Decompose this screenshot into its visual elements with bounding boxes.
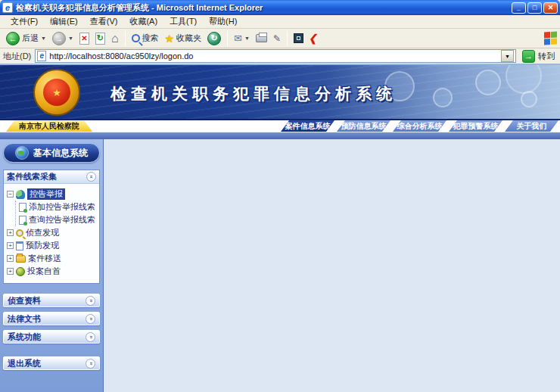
minimize-button[interactable]: _ [512,2,526,14]
maximize-button[interactable]: □ [527,2,542,14]
address-label: 地址(D) [3,51,31,62]
exit-button-icon[interactable]: » [86,359,95,369]
exit-system-label: 退出系统 [8,358,41,369]
menu-bar: 文件(F) 编辑(E) 查看(V) 收藏(A) 工具(T) 帮助(H) [0,15,560,29]
tab-strip: 南京市人民检察院 案件信息系统 预防信息系统 综合分析系统 犯罪预警系统 关于我… [0,120,560,132]
tab-case-info-system[interactable]: 案件信息系统 [281,120,334,132]
banner-decor-circle [506,65,542,94]
ie-logo-icon: e [2,2,13,13]
main-content-area [104,139,560,392]
edit-button[interactable]: ✎ [270,33,284,45]
tab-analysis-system[interactable]: 综合分析系统 [393,120,446,132]
expand-button[interactable]: » [86,296,95,306]
menu-item-view[interactable]: 查看(V) [84,16,124,27]
tree-item-label: 添加控告举报线索 [29,201,95,213]
forward-button[interactable]: → ▼ [49,31,76,46]
toolbar: ← 后退 ▼ → ▼ ✕ ↻ ⌂ 搜索 ★ 收藏夹 ↻ ✉ [0,29,560,48]
chevron-down-icon: » [87,362,93,364]
favorites-star-icon: ★ [165,33,175,45]
collapse-button[interactable]: » [86,172,96,182]
tree-node-investigation-discovery[interactable]: + 侦查发现 [5,226,98,239]
tree-item-label: 查询控告举报线索 [29,214,95,226]
document-add-icon [19,203,26,212]
expand-plus-icon[interactable]: + [7,268,14,275]
back-dropdown-icon[interactable]: ▼ [41,36,46,41]
panel-label: 法律文书 [8,313,41,325]
tree-node-label: 投案自首 [27,266,61,277]
history-button[interactable]: ↻ [204,31,224,46]
mail-icon: ✉ [234,33,242,44]
menu-item-favorites[interactable]: 收藏(A) [123,16,163,27]
basic-info-system-label: 基本信息系统 [33,147,88,160]
panel-label: 侦查资料 [8,295,41,306]
expand-button[interactable]: » [86,314,95,324]
tab-crime-warning-system[interactable]: 犯罪预警系统 [449,120,502,132]
menu-item-help[interactable]: 帮助(H) [203,16,243,27]
clue-panel-title: 案件线索采集 [7,171,57,182]
window-title: 检察机关职务犯罪信息分析管理系统 - Microsoft Internet Ex… [16,2,510,14]
panel-system-functions[interactable]: 系统功能 » [3,330,100,344]
favorites-button[interactable]: ★ 收藏夹 [162,32,205,45]
tab-about-us[interactable]: 关于我们 [505,120,558,132]
address-input[interactable]: e http://localhost:8080/ac950lzy/logon.d… [35,49,516,63]
plugin-button[interactable]: ❮ [306,33,322,44]
menu-item-tools[interactable]: 工具(T) [163,16,203,27]
tree-node-label: 侦查发现 [26,227,59,238]
address-url[interactable]: http://localhost:8080/ac950lzy/logon.do [49,51,498,61]
back-label: 后退 [22,33,39,44]
expand-plus-icon[interactable]: + [7,229,14,236]
search-label: 搜索 [142,33,159,44]
mail-dropdown-icon[interactable]: ▼ [244,36,250,41]
tree-node-case-transfer[interactable]: + 案件移送 [5,252,98,265]
banner-decor-circle [475,70,501,95]
fullscreen-button[interactable] [291,33,306,44]
home-button[interactable]: ⌂ [108,32,122,45]
clue-collection-panel: 案件线索采集 » − 控告举报 添加控告举报线索 [3,170,100,284]
exit-system-button[interactable]: 退出系统 » [3,356,100,370]
menu-item-edit[interactable]: 编辑(E) [44,16,84,27]
notepad-icon [16,241,23,250]
forward-icon: → [52,32,66,45]
expand-plus-icon[interactable]: + [7,255,14,262]
mail-button[interactable]: ✉ ▼ [231,32,253,45]
plugin-icon: ❮ [309,33,321,43]
close-button[interactable]: ✕ [543,2,558,14]
tree-node-voluntary-surrender[interactable]: + 投案自首 [5,265,98,278]
tree-item-add-clue[interactable]: 添加控告举报线索 [16,201,98,213]
expand-button[interactable]: » [86,332,95,342]
forward-dropdown-icon[interactable]: ▼ [68,36,73,41]
chevron-down-icon: » [87,317,93,319]
chevron-down-icon: » [87,299,93,301]
search-button[interactable]: 搜索 [129,32,162,45]
clue-tree: − 控告举报 添加控告举报线索 查询控告举报线索 [4,184,99,283]
basic-info-system-button[interactable]: 基本信息系统 [3,143,100,163]
panel-legal-documents[interactable]: 法律文书 » [3,312,100,325]
address-dropdown-icon[interactable]: ▼ [501,50,514,62]
back-button[interactable]: ← 后退 ▼ [3,31,49,46]
expand-plus-icon[interactable]: + [7,242,14,249]
print-button[interactable] [253,33,270,43]
stop-icon: ✕ [79,33,89,45]
windows-logo-icon [544,31,557,45]
tab-underbar [0,132,560,139]
tree-node-accusation-report[interactable]: − 控告举报 [5,188,98,201]
go-label: 转到 [538,51,555,62]
banner-title: 检查机关职务犯罪信息分析系统 [110,83,397,104]
edit-icon: ✎ [273,33,281,44]
tree-node-prevention-discovery[interactable]: + 预防发现 [5,239,98,252]
print-icon [256,34,267,42]
org-tab[interactable]: 南京市人民检察院 [6,120,92,132]
clue-panel-header[interactable]: 案件线索采集 » [4,170,99,184]
collapse-minus-icon[interactable]: − [7,191,14,198]
page-body: 基本信息系统 案件线索采集 » − 控告举报 [0,139,560,392]
refresh-button[interactable]: ↻ [92,32,108,45]
tree-item-query-clue[interactable]: 查询控告举报线索 [16,213,98,226]
tab-prevention-info-system[interactable]: 预防信息系统 [337,120,390,132]
stop-button[interactable]: ✕ [76,32,92,45]
menu-item-file[interactable]: 文件(F) [5,16,44,27]
panel-investigation-materials[interactable]: 侦查资料 » [3,294,100,307]
tree-node-label: 控告举报 [27,188,65,200]
go-button[interactable]: → 转到 [520,50,557,63]
toolbar-separator [125,31,126,46]
banner-decor-circle [433,88,453,107]
